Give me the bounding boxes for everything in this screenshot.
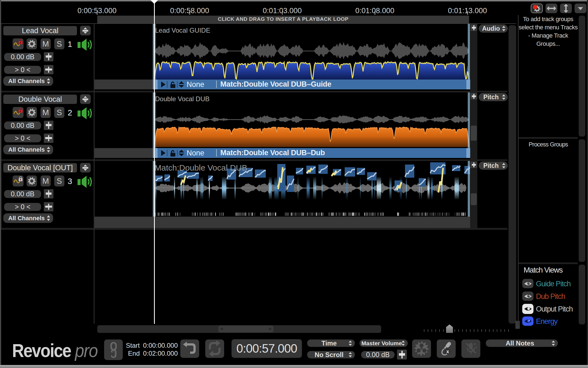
svg-text:x: x <box>446 349 449 354</box>
